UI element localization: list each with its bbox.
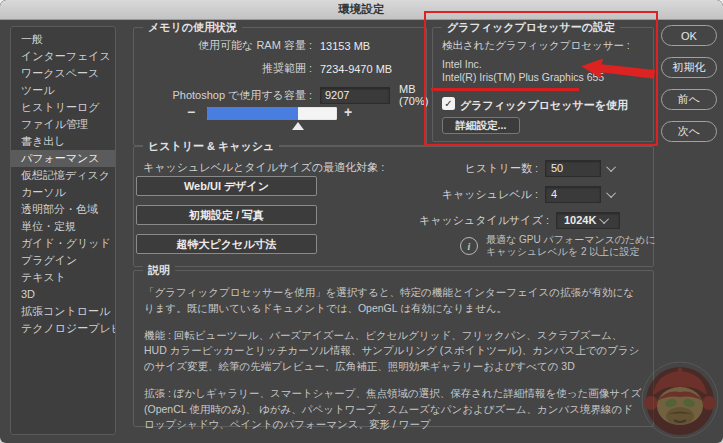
history-states-value[interactable]: 50 xyxy=(545,160,601,177)
history-states-row: ヒストリー数 : 50 xyxy=(465,160,620,177)
slider-minus-button[interactable]: − xyxy=(187,104,195,120)
sidebar-item[interactable]: ヒストリーログ xyxy=(11,99,115,116)
dialog-title: 環境設定 xyxy=(339,2,385,17)
description-legend: 説明 xyxy=(143,263,175,278)
slider-plus-button[interactable]: + xyxy=(344,104,352,120)
sidebar-item[interactable]: カーソル xyxy=(11,184,115,201)
preferences-sidebar: 一般インターフェイスワークスペースツールヒストリーログファイル管理書き出しパフォ… xyxy=(10,26,116,435)
description-paragraph: 機能 : 回転ビューツール、バーズアイズーム、ピクセルグリッド、フリックパン、ス… xyxy=(144,328,643,375)
cache-tile-label: キャッシュタイルサイズ : xyxy=(419,213,549,228)
advanced-settings-button[interactable]: 詳細設定... xyxy=(442,117,520,134)
cache-preset-buttons: Web/UI デザイン初期設定 / 写真超特大ピクセル寸法 xyxy=(136,176,317,263)
description-paragraphs: 「グラフィックプロセッサーを使用」を選択すると、特定の機能とインターフェイスの拡… xyxy=(144,285,643,443)
cache-level-label: キャッシュレベル : xyxy=(442,187,538,202)
memory-slider: − + xyxy=(134,106,426,134)
history-cache-group: ヒストリー & キャッシュ キャッシュレベルとタイルサイズの最適化対象 : We… xyxy=(133,146,654,267)
sidebar-item[interactable]: テキスト xyxy=(11,269,115,286)
sidebar-item[interactable]: 3D xyxy=(11,286,115,303)
cache-preset-button[interactable]: Web/UI デザイン xyxy=(136,176,317,196)
cache-level-dropdown[interactable] xyxy=(605,186,620,203)
history-cache-legend: ヒストリー & キャッシュ xyxy=(143,139,279,154)
sidebar-item[interactable]: ファイル管理 xyxy=(11,116,115,133)
prev-button[interactable]: 前へ xyxy=(661,89,717,110)
sidebar-item[interactable]: インターフェイス xyxy=(11,48,115,65)
reset-button[interactable]: 初期化 xyxy=(661,57,717,78)
sidebar-item[interactable]: ワークスペース xyxy=(11,65,115,82)
memory-usage-group: メモリの使用状況 使用可能な RAM 容量 : 13153 MB 推奨範囲 : … xyxy=(133,27,427,146)
sidebar-item[interactable]: ガイド・グリッド・スライス xyxy=(11,235,115,252)
gpu-settings-legend: グラフィックプロセッサーの設定 xyxy=(442,20,620,35)
gpu-tip-line1: 最適な GPU パフォーマンスのために xyxy=(486,234,656,245)
cache-level-row: キャッシュレベル : 4 xyxy=(442,186,620,203)
memory-usage-legend: メモリの使用状況 xyxy=(143,20,242,35)
memory-usage-suffix: MB (70%) xyxy=(399,83,428,107)
description-paragraph: 「グラフィックプロセッサーを使用」を選択すると、特定の機能とインターフェイスの拡… xyxy=(144,285,643,317)
checkbox-check-icon: ✓ xyxy=(444,98,452,109)
history-states-label: ヒストリー数 : xyxy=(465,161,538,176)
sidebar-item[interactable]: 拡張コントロール xyxy=(11,303,115,320)
description-group: 説明 「グラフィックプロセッサーを使用」を選択すると、特定の機能とインターフェイ… xyxy=(133,270,654,427)
cache-level-value[interactable]: 4 xyxy=(545,186,601,203)
available-ram-row: 使用可能な RAM 容量 : 13153 MB xyxy=(134,38,418,53)
memory-slider-fill xyxy=(207,107,298,120)
available-ram-value: 13153 MB xyxy=(320,40,370,52)
memory-usage-input[interactable] xyxy=(320,87,390,104)
cache-tile-dropdown[interactable]: 1024K xyxy=(556,212,620,229)
sidebar-item[interactable]: 一般 xyxy=(11,31,115,48)
gpu-tip-line2: キャッシュレベルを 2 以上に設定 xyxy=(486,246,639,257)
cache-preset-button[interactable]: 超特大ピクセル寸法 xyxy=(136,234,317,254)
gpu-settings-group: グラフィックプロセッサーの設定 検出されたグラフィックプロセッサー : Inte… xyxy=(432,27,654,142)
optimize-target-label: キャッシュレベルとタイルサイズの最適化対象 : xyxy=(143,160,384,175)
sidebar-item[interactable]: テクノロジープレビュー xyxy=(11,320,115,337)
sidebar-item[interactable]: 仮想記憶ディスク xyxy=(11,167,115,184)
history-states-dropdown[interactable] xyxy=(605,160,620,177)
chevron-down-icon xyxy=(606,162,616,172)
memory-slider-track[interactable] xyxy=(207,107,337,120)
available-ram-label: 使用可能な RAM 容量 : xyxy=(134,38,312,53)
chevron-down-icon xyxy=(600,214,610,224)
cache-preset-button[interactable]: 初期設定 / 写真 xyxy=(136,205,317,225)
use-gpu-checkbox-label: グラフィックプロセッサーを使用 xyxy=(460,98,628,113)
sidebar-item[interactable]: 書き出し xyxy=(11,133,115,150)
ideal-range-row: 推奨範囲 : 7234-9470 MB xyxy=(134,61,418,76)
ideal-range-label: 推奨範囲 : xyxy=(134,61,312,76)
sidebar-item[interactable]: 単位・定規 xyxy=(11,218,115,235)
sidebar-item[interactable]: ツール xyxy=(11,82,115,99)
use-gpu-checkbox[interactable]: ✓ xyxy=(442,97,455,110)
description-paragraph: 拡張 : ぼかしギャラリー、スマートシャープ、焦点領域の選択、保存された詳細情報… xyxy=(144,386,643,433)
ideal-range-value: 7234-9470 MB xyxy=(320,63,392,75)
sidebar-item[interactable]: 透明部分・色域 xyxy=(11,201,115,218)
slider-thumb-strip xyxy=(207,122,337,131)
memory-usage-row: Photoshop で使用する容量 : MB (70%) xyxy=(134,83,418,107)
gpu-vendor: Intel Inc. xyxy=(442,58,482,70)
gpu-performance-tip: i 最適な GPU パフォーマンスのために キャッシュレベルを 2 以上に設定 xyxy=(460,234,656,258)
chevron-down-icon xyxy=(606,188,616,198)
next-button[interactable]: 次へ xyxy=(661,121,717,142)
cache-tile-row: キャッシュタイルサイズ : 1024K xyxy=(419,212,620,229)
memory-usage-label: Photoshop で使用する容量 : xyxy=(134,88,312,103)
info-icon: i xyxy=(460,237,478,255)
title-bar: 環境設定 xyxy=(0,0,723,20)
ok-button[interactable]: OK xyxy=(661,25,717,46)
detected-gpu-label: 検出されたグラフィックプロセッサー : xyxy=(442,39,630,53)
gpu-tip-text: 最適な GPU パフォーマンスのために キャッシュレベルを 2 以上に設定 xyxy=(486,234,656,258)
cache-tile-value: 1024K xyxy=(564,213,596,228)
memory-slider-thumb[interactable] xyxy=(292,122,304,130)
preferences-dialog: 環境設定 一般インターフェイスワークスペースツールヒストリーログファイル管理書き… xyxy=(0,0,723,443)
sidebar-item[interactable]: パフォーマンス xyxy=(11,150,115,167)
sidebar-item[interactable]: プラグイン xyxy=(11,252,115,269)
gpu-model: Intel(R) Iris(TM) Plus Graphics 655 xyxy=(442,71,604,83)
